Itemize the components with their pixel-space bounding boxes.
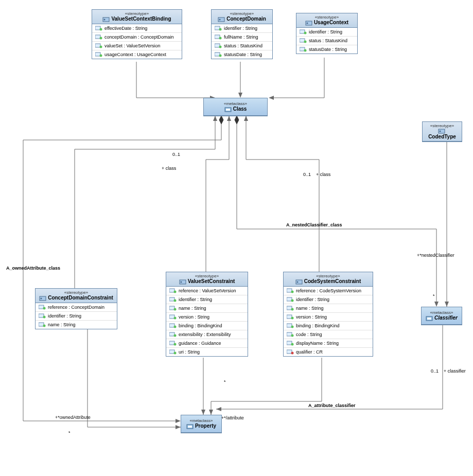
svg-marker-1 <box>238 93 242 98</box>
box-concept-domain-constraint: «stereotype» ConceptDomainConstraint ref… <box>35 288 117 329</box>
svg-rect-63 <box>169 315 174 319</box>
svg-point-26 <box>219 19 221 20</box>
attr-row: conceptDomain : ConceptDomain <box>92 33 182 42</box>
box-concept-domain: «stereotype» ConceptDomain identifier : … <box>211 9 273 59</box>
svg-point-80 <box>291 308 294 310</box>
label-zero-one-3: 0..1 <box>431 368 439 374</box>
svg-marker-14 <box>209 410 213 415</box>
svg-rect-23 <box>95 52 100 56</box>
label-zero-one-2: 0..1 <box>303 172 311 177</box>
attr-row: qualifier : CR <box>284 348 373 356</box>
box-classifier: «metaclass» Classifier <box>421 307 462 325</box>
svg-rect-51 <box>39 314 44 318</box>
box-property: «metaclass» Property <box>181 415 222 433</box>
attr-row: uri : String <box>166 348 248 356</box>
attr-icon <box>287 332 294 337</box>
svg-point-16 <box>104 19 106 20</box>
svg-point-70 <box>174 343 177 345</box>
attr-row: name : String <box>36 321 117 329</box>
box-code-system-constraint: «stereotype» CodeSystemConstraint refere… <box>283 272 373 357</box>
box-header: «metaclass» Classifier <box>422 307 462 325</box>
svg-point-68 <box>174 334 177 337</box>
svg-marker-5 <box>235 116 239 124</box>
box-body: effectiveDate : String conceptDomain : C… <box>92 24 182 59</box>
attr-icon <box>287 314 294 320</box>
attr-icon <box>287 323 294 328</box>
svg-rect-77 <box>287 297 292 301</box>
svg-point-50 <box>43 307 46 309</box>
attr-row: identifier : String <box>212 24 272 33</box>
svg-point-62 <box>174 308 177 310</box>
stereotype-icon <box>39 296 46 301</box>
svg-point-34 <box>219 54 222 57</box>
box-header: «stereotype» ValueSetConstraint <box>166 272 248 287</box>
svg-point-36 <box>306 22 308 24</box>
svg-rect-31 <box>215 44 220 47</box>
box-class: «metaclass» Class <box>203 98 268 116</box>
svg-point-64 <box>174 316 177 319</box>
svg-marker-13 <box>201 410 205 415</box>
box-body: reference : CodeSystemVersion identifier… <box>284 287 373 356</box>
svg-marker-4 <box>176 419 181 423</box>
box-header: «metaclass» Property <box>181 415 221 433</box>
label-plus-owned-attribute: +*ownedAttribute <box>55 415 91 420</box>
svg-point-28 <box>219 28 222 30</box>
svg-marker-3 <box>219 116 223 124</box>
attr-icon <box>169 349 177 355</box>
box-header: «stereotype» ConceptDomainConstraint <box>36 289 117 303</box>
attr-icon <box>287 306 294 311</box>
attr-icon <box>95 26 102 31</box>
svg-rect-65 <box>169 324 174 327</box>
svg-marker-7 <box>445 302 449 307</box>
attr-icon <box>39 322 46 327</box>
metaclass-icon <box>426 316 433 321</box>
attr-icon <box>169 306 177 311</box>
attr-icon <box>215 52 222 57</box>
attr-row: guidance : Guidance <box>166 339 248 348</box>
svg-point-20 <box>100 37 102 39</box>
box-body: identifier : String status : StatusKind … <box>296 28 357 54</box>
label-a-owned-attribute: A_ownedAttribute_class <box>6 266 60 271</box>
svg-rect-27 <box>215 26 220 30</box>
box-header: «stereotype» UsageContext <box>296 13 357 28</box>
attr-icon <box>39 305 46 310</box>
svg-point-58 <box>174 290 177 293</box>
attr-icon <box>39 313 46 319</box>
svg-marker-10 <box>244 116 248 121</box>
attr-row: fullName : String <box>212 33 272 42</box>
label-plus-class-2: + class <box>316 172 330 177</box>
attr-icon <box>287 297 294 302</box>
svg-point-18 <box>100 28 102 30</box>
attr-row: version : String <box>284 313 373 322</box>
box-body: reference : ValueSetVersion identifier :… <box>166 287 248 356</box>
attr-row: name : String <box>166 304 248 313</box>
svg-rect-33 <box>215 52 220 56</box>
svg-marker-11 <box>216 407 221 411</box>
attr-row: name : String <box>284 304 373 313</box>
label-zero-one-1: 0..1 <box>172 152 180 157</box>
box-value-set-constraint: «stereotype» ValueSetConstraint referenc… <box>166 272 248 357</box>
svg-point-42 <box>304 49 307 51</box>
label-plus-attribute: +*/attribute <box>221 415 244 420</box>
svg-rect-79 <box>287 306 292 310</box>
label-star-1: * <box>433 293 435 298</box>
box-header: «stereotype» ValueSetContextBinding <box>92 10 182 24</box>
metaclass-icon <box>224 107 232 112</box>
attr-row: statusDate : String <box>212 50 272 59</box>
svg-rect-39 <box>300 39 305 42</box>
stereotype-icon <box>218 17 225 22</box>
svg-rect-59 <box>169 297 174 301</box>
svg-point-38 <box>304 31 307 34</box>
svg-point-52 <box>43 315 46 318</box>
attr-row: status : StatusKind <box>212 42 272 50</box>
svg-rect-61 <box>169 306 174 310</box>
attr-row: effectiveDate : String <box>92 24 182 33</box>
attr-row: reference : ValueSetVersion <box>166 287 248 295</box>
stereotype-icon <box>305 21 312 26</box>
stereotype-icon <box>102 17 110 22</box>
attr-icon <box>169 332 177 337</box>
attr-icon <box>95 52 102 57</box>
box-value-set-context-binding: «stereotype» ValueSetContextBinding effe… <box>92 9 182 59</box>
attr-icon <box>300 29 307 34</box>
svg-point-48 <box>41 297 42 299</box>
